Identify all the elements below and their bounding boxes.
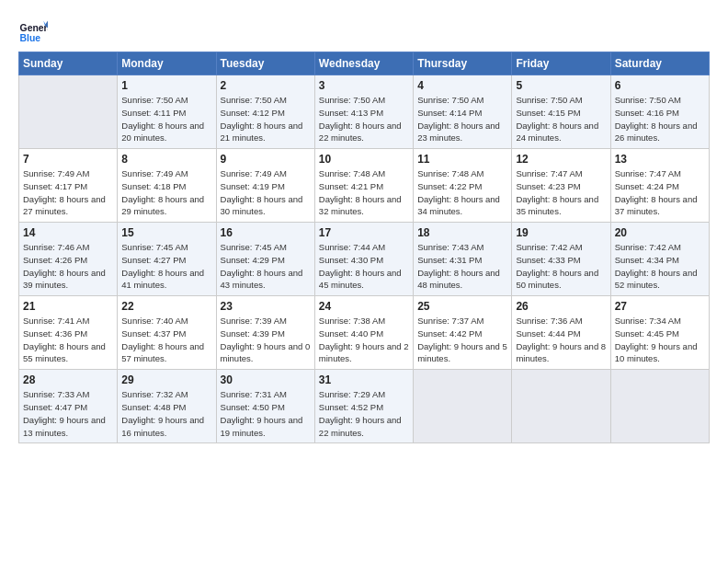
day-info: Sunrise: 7:43 AMSunset: 4:31 PMDaylight:… bbox=[417, 241, 507, 292]
day-number: 19 bbox=[516, 226, 606, 239]
day-number: 24 bbox=[319, 300, 409, 313]
calendar-cell: 16Sunrise: 7:45 AMSunset: 4:29 PMDayligh… bbox=[216, 223, 314, 296]
day-number: 16 bbox=[221, 226, 311, 239]
weekday-header: Saturday bbox=[610, 52, 709, 75]
day-number: 21 bbox=[23, 300, 113, 313]
calendar-week-row: 14Sunrise: 7:46 AMSunset: 4:26 PMDayligh… bbox=[19, 223, 710, 296]
weekday-header: Tuesday bbox=[216, 52, 314, 75]
calendar-cell: 23Sunrise: 7:39 AMSunset: 4:39 PMDayligh… bbox=[216, 296, 314, 370]
calendar-cell: 26Sunrise: 7:36 AMSunset: 4:44 PMDayligh… bbox=[512, 296, 610, 370]
calendar-week-row: 21Sunrise: 7:41 AMSunset: 4:36 PMDayligh… bbox=[19, 296, 710, 370]
calendar-cell: 8Sunrise: 7:49 AMSunset: 4:18 PMDaylight… bbox=[118, 149, 216, 223]
day-number: 13 bbox=[615, 153, 705, 166]
calendar-cell: 1Sunrise: 7:50 AMSunset: 4:11 PMDaylight… bbox=[118, 75, 216, 149]
day-number: 6 bbox=[615, 79, 705, 92]
day-info: Sunrise: 7:50 AMSunset: 4:11 PMDaylight:… bbox=[121, 94, 211, 144]
weekday-header: Thursday bbox=[414, 52, 512, 75]
calendar-cell bbox=[610, 370, 709, 443]
day-info: Sunrise: 7:50 AMSunset: 4:14 PMDaylight:… bbox=[417, 94, 507, 144]
calendar-cell: 18Sunrise: 7:43 AMSunset: 4:31 PMDayligh… bbox=[414, 223, 512, 296]
calendar-cell: 3Sunrise: 7:50 AMSunset: 4:13 PMDaylight… bbox=[314, 75, 413, 149]
calendar-cell: 30Sunrise: 7:31 AMSunset: 4:50 PMDayligh… bbox=[216, 370, 314, 443]
day-info: Sunrise: 7:49 AMSunset: 4:18 PMDaylight:… bbox=[121, 167, 211, 218]
day-number: 5 bbox=[516, 79, 606, 92]
day-number: 18 bbox=[417, 226, 507, 239]
calendar-cell: 6Sunrise: 7:50 AMSunset: 4:16 PMDaylight… bbox=[610, 75, 709, 149]
day-number: 17 bbox=[319, 226, 409, 239]
day-info: Sunrise: 7:37 AMSunset: 4:42 PMDaylight:… bbox=[417, 315, 507, 365]
svg-text:General: General bbox=[20, 23, 48, 33]
day-info: Sunrise: 7:41 AMSunset: 4:36 PMDaylight:… bbox=[23, 315, 113, 365]
day-number: 7 bbox=[23, 153, 113, 166]
day-info: Sunrise: 7:48 AMSunset: 4:22 PMDaylight:… bbox=[417, 167, 507, 218]
day-info: Sunrise: 7:50 AMSunset: 4:12 PMDaylight:… bbox=[221, 94, 311, 144]
calendar-cell: 9Sunrise: 7:49 AMSunset: 4:19 PMDaylight… bbox=[216, 149, 314, 223]
calendar-cell: 5Sunrise: 7:50 AMSunset: 4:15 PMDaylight… bbox=[512, 75, 610, 149]
day-info: Sunrise: 7:29 AMSunset: 4:52 PMDaylight:… bbox=[319, 388, 409, 439]
day-number: 3 bbox=[319, 79, 409, 92]
calendar-cell: 17Sunrise: 7:44 AMSunset: 4:30 PMDayligh… bbox=[314, 223, 413, 296]
weekday-header: Sunday bbox=[19, 52, 118, 75]
calendar-week-row: 1Sunrise: 7:50 AMSunset: 4:11 PMDaylight… bbox=[19, 75, 710, 149]
day-number: 4 bbox=[417, 79, 507, 92]
calendar-cell: 2Sunrise: 7:50 AMSunset: 4:12 PMDaylight… bbox=[216, 75, 314, 149]
day-number: 10 bbox=[319, 153, 409, 166]
day-info: Sunrise: 7:45 AMSunset: 4:29 PMDaylight:… bbox=[221, 241, 311, 292]
calendar-week-row: 28Sunrise: 7:33 AMSunset: 4:47 PMDayligh… bbox=[19, 370, 710, 443]
day-info: Sunrise: 7:38 AMSunset: 4:40 PMDaylight:… bbox=[319, 315, 409, 365]
calendar-cell bbox=[414, 370, 512, 443]
calendar-page: General Blue SundayMondayTuesdayWednesda… bbox=[0, 0, 728, 563]
calendar-cell: 7Sunrise: 7:49 AMSunset: 4:17 PMDaylight… bbox=[19, 149, 118, 223]
day-info: Sunrise: 7:49 AMSunset: 4:17 PMDaylight:… bbox=[23, 167, 113, 218]
logo: General Blue bbox=[18, 15, 48, 44]
day-number: 29 bbox=[121, 373, 211, 386]
calendar-cell bbox=[19, 75, 118, 149]
day-info: Sunrise: 7:49 AMSunset: 4:19 PMDaylight:… bbox=[221, 167, 311, 218]
day-number: 1 bbox=[121, 79, 211, 92]
day-number: 14 bbox=[23, 226, 113, 239]
calendar-cell: 25Sunrise: 7:37 AMSunset: 4:42 PMDayligh… bbox=[414, 296, 512, 370]
calendar-cell: 4Sunrise: 7:50 AMSunset: 4:14 PMDaylight… bbox=[414, 75, 512, 149]
day-info: Sunrise: 7:45 AMSunset: 4:27 PMDaylight:… bbox=[121, 241, 211, 292]
calendar-cell: 28Sunrise: 7:33 AMSunset: 4:47 PMDayligh… bbox=[19, 370, 118, 443]
day-info: Sunrise: 7:47 AMSunset: 4:24 PMDaylight:… bbox=[615, 167, 705, 218]
calendar-cell bbox=[512, 370, 610, 443]
calendar-cell: 27Sunrise: 7:34 AMSunset: 4:45 PMDayligh… bbox=[610, 296, 709, 370]
day-number: 20 bbox=[615, 226, 705, 239]
weekday-header: Friday bbox=[512, 52, 610, 75]
day-number: 8 bbox=[121, 153, 211, 166]
day-info: Sunrise: 7:44 AMSunset: 4:30 PMDaylight:… bbox=[319, 241, 409, 292]
calendar-cell: 21Sunrise: 7:41 AMSunset: 4:36 PMDayligh… bbox=[19, 296, 118, 370]
calendar-cell: 24Sunrise: 7:38 AMSunset: 4:40 PMDayligh… bbox=[314, 296, 413, 370]
day-number: 23 bbox=[221, 300, 311, 313]
day-info: Sunrise: 7:34 AMSunset: 4:45 PMDaylight:… bbox=[615, 315, 705, 365]
day-info: Sunrise: 7:50 AMSunset: 4:15 PMDaylight:… bbox=[516, 94, 606, 144]
day-info: Sunrise: 7:42 AMSunset: 4:33 PMDaylight:… bbox=[516, 241, 606, 292]
day-info: Sunrise: 7:33 AMSunset: 4:47 PMDaylight:… bbox=[23, 388, 113, 439]
day-number: 30 bbox=[221, 373, 311, 386]
day-number: 25 bbox=[417, 300, 507, 313]
header-row: SundayMondayTuesdayWednesdayThursdayFrid… bbox=[19, 52, 710, 75]
day-number: 2 bbox=[221, 79, 311, 92]
day-info: Sunrise: 7:46 AMSunset: 4:26 PMDaylight:… bbox=[23, 241, 113, 292]
calendar-cell: 20Sunrise: 7:42 AMSunset: 4:34 PMDayligh… bbox=[610, 223, 709, 296]
day-info: Sunrise: 7:47 AMSunset: 4:23 PMDaylight:… bbox=[516, 167, 606, 218]
day-number: 12 bbox=[516, 153, 606, 166]
svg-text:Blue: Blue bbox=[20, 33, 41, 43]
day-number: 15 bbox=[121, 226, 211, 239]
calendar-cell: 14Sunrise: 7:46 AMSunset: 4:26 PMDayligh… bbox=[19, 223, 118, 296]
day-info: Sunrise: 7:31 AMSunset: 4:50 PMDaylight:… bbox=[221, 388, 311, 439]
weekday-header: Wednesday bbox=[314, 52, 413, 75]
day-info: Sunrise: 7:50 AMSunset: 4:13 PMDaylight:… bbox=[319, 94, 409, 144]
header: General Blue bbox=[18, 15, 710, 44]
day-info: Sunrise: 7:48 AMSunset: 4:21 PMDaylight:… bbox=[319, 167, 409, 218]
weekday-header: Monday bbox=[118, 52, 216, 75]
calendar-cell: 10Sunrise: 7:48 AMSunset: 4:21 PMDayligh… bbox=[314, 149, 413, 223]
day-info: Sunrise: 7:50 AMSunset: 4:16 PMDaylight:… bbox=[615, 94, 705, 144]
calendar-cell: 13Sunrise: 7:47 AMSunset: 4:24 PMDayligh… bbox=[610, 149, 709, 223]
calendar-cell: 15Sunrise: 7:45 AMSunset: 4:27 PMDayligh… bbox=[118, 223, 216, 296]
day-number: 31 bbox=[319, 373, 409, 386]
calendar-table: SundayMondayTuesdayWednesdayThursdayFrid… bbox=[18, 52, 710, 443]
logo-icon: General Blue bbox=[18, 15, 48, 44]
day-number: 9 bbox=[221, 153, 311, 166]
